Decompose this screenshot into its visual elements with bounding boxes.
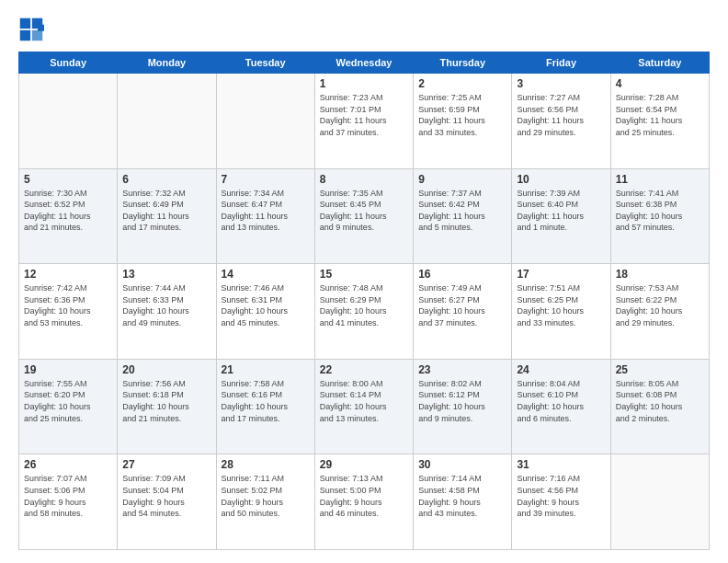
day-info: Sunrise: 7:58 AM Sunset: 6:16 PM Dayligh… — [222, 378, 310, 424]
week-row-3: 12Sunrise: 7:42 AM Sunset: 6:36 PM Dayli… — [19, 264, 710, 360]
day-number: 20 — [122, 363, 210, 376]
day-info: Sunrise: 8:02 AM Sunset: 6:12 PM Dayligh… — [418, 378, 506, 424]
svg-rect-2 — [20, 30, 30, 40]
header — [18, 17, 710, 42]
day-number: 14 — [222, 268, 310, 281]
calendar-cell: 14Sunrise: 7:46 AM Sunset: 6:31 PM Dayli… — [216, 264, 314, 360]
calendar-cell: 18Sunrise: 7:53 AM Sunset: 6:22 PM Dayli… — [610, 264, 709, 360]
calendar-cell: 23Sunrise: 8:02 AM Sunset: 6:12 PM Dayli… — [414, 359, 512, 454]
calendar-cell: 20Sunrise: 7:56 AM Sunset: 6:18 PM Dayli… — [118, 359, 216, 454]
day-number: 10 — [517, 173, 605, 186]
calendar-table: SundayMondayTuesdayWednesdayThursdayFrid… — [18, 52, 710, 550]
day-number: 13 — [122, 268, 210, 281]
day-info: Sunrise: 8:00 AM Sunset: 6:14 PM Dayligh… — [320, 378, 408, 424]
calendar-cell — [216, 74, 314, 169]
weekday-header-saturday: Saturday — [610, 52, 709, 74]
day-number: 27 — [122, 458, 210, 471]
calendar-cell: 3Sunrise: 7:27 AM Sunset: 6:56 PM Daylig… — [512, 74, 610, 169]
day-info: Sunrise: 7:44 AM Sunset: 6:33 PM Dayligh… — [122, 282, 210, 328]
calendar-cell: 22Sunrise: 8:00 AM Sunset: 6:14 PM Dayli… — [314, 359, 413, 454]
weekday-header-wednesday: Wednesday — [314, 52, 413, 74]
day-number: 31 — [517, 458, 605, 471]
day-info: Sunrise: 7:39 AM Sunset: 6:40 PM Dayligh… — [517, 188, 605, 234]
day-number: 15 — [320, 268, 408, 281]
day-info: Sunrise: 7:30 AM Sunset: 6:52 PM Dayligh… — [24, 188, 112, 234]
day-info: Sunrise: 7:13 AM Sunset: 5:00 PM Dayligh… — [320, 473, 408, 519]
weekday-header-row: SundayMondayTuesdayWednesdayThursdayFrid… — [19, 52, 710, 74]
day-info: Sunrise: 7:37 AM Sunset: 6:42 PM Dayligh… — [418, 188, 506, 234]
day-number: 30 — [418, 458, 506, 471]
day-number: 2 — [418, 77, 506, 90]
day-number: 8 — [320, 173, 408, 186]
day-number: 19 — [24, 363, 112, 376]
calendar-cell: 1Sunrise: 7:23 AM Sunset: 7:01 PM Daylig… — [314, 74, 413, 169]
calendar-cell: 8Sunrise: 7:35 AM Sunset: 6:45 PM Daylig… — [314, 168, 413, 264]
calendar-cell: 19Sunrise: 7:55 AM Sunset: 6:20 PM Dayli… — [19, 359, 118, 454]
day-number: 7 — [222, 173, 310, 186]
week-row-5: 26Sunrise: 7:07 AM Sunset: 5:06 PM Dayli… — [19, 454, 710, 550]
weekday-header-sunday: Sunday — [19, 52, 118, 74]
calendar-cell — [19, 74, 118, 169]
day-number: 11 — [616, 173, 704, 186]
logo — [18, 17, 48, 42]
calendar-cell: 24Sunrise: 8:04 AM Sunset: 6:10 PM Dayli… — [512, 359, 610, 454]
day-info: Sunrise: 7:35 AM Sunset: 6:45 PM Dayligh… — [320, 188, 408, 234]
day-info: Sunrise: 7:46 AM Sunset: 6:31 PM Dayligh… — [222, 282, 310, 328]
day-info: Sunrise: 7:23 AM Sunset: 7:01 PM Dayligh… — [320, 92, 408, 138]
weekday-header-monday: Monday — [118, 52, 216, 74]
calendar-cell: 17Sunrise: 7:51 AM Sunset: 6:25 PM Dayli… — [512, 264, 610, 360]
day-info: Sunrise: 7:11 AM Sunset: 5:02 PM Dayligh… — [222, 473, 310, 519]
calendar-cell: 7Sunrise: 7:34 AM Sunset: 6:47 PM Daylig… — [216, 168, 314, 264]
day-info: Sunrise: 7:07 AM Sunset: 5:06 PM Dayligh… — [24, 473, 112, 519]
day-info: Sunrise: 7:53 AM Sunset: 6:22 PM Dayligh… — [616, 282, 704, 328]
day-info: Sunrise: 7:14 AM Sunset: 4:58 PM Dayligh… — [418, 473, 506, 519]
calendar-cell: 28Sunrise: 7:11 AM Sunset: 5:02 PM Dayli… — [216, 454, 314, 550]
day-number: 12 — [24, 268, 112, 281]
day-number: 6 — [122, 173, 210, 186]
day-number: 21 — [222, 363, 310, 376]
calendar-cell: 11Sunrise: 7:41 AM Sunset: 6:38 PM Dayli… — [610, 168, 709, 264]
week-row-2: 5Sunrise: 7:30 AM Sunset: 6:52 PM Daylig… — [19, 168, 710, 264]
calendar-cell: 2Sunrise: 7:25 AM Sunset: 6:59 PM Daylig… — [414, 74, 512, 169]
svg-marker-4 — [38, 25, 44, 31]
calendar-cell — [610, 454, 709, 550]
day-info: Sunrise: 7:56 AM Sunset: 6:18 PM Dayligh… — [122, 378, 210, 424]
calendar-cell: 6Sunrise: 7:32 AM Sunset: 6:49 PM Daylig… — [118, 168, 216, 264]
calendar-cell: 21Sunrise: 7:58 AM Sunset: 6:16 PM Dayli… — [216, 359, 314, 454]
day-number: 18 — [616, 268, 704, 281]
day-number: 4 — [616, 77, 704, 90]
day-info: Sunrise: 7:09 AM Sunset: 5:04 PM Dayligh… — [122, 473, 210, 519]
day-info: Sunrise: 7:49 AM Sunset: 6:27 PM Dayligh… — [418, 282, 506, 328]
day-info: Sunrise: 7:25 AM Sunset: 6:59 PM Dayligh… — [418, 92, 506, 138]
day-info: Sunrise: 7:41 AM Sunset: 6:38 PM Dayligh… — [616, 188, 704, 234]
calendar-cell: 10Sunrise: 7:39 AM Sunset: 6:40 PM Dayli… — [512, 168, 610, 264]
week-row-1: 1Sunrise: 7:23 AM Sunset: 7:01 PM Daylig… — [19, 74, 710, 169]
day-info: Sunrise: 8:05 AM Sunset: 6:08 PM Dayligh… — [616, 378, 704, 424]
svg-rect-3 — [32, 30, 42, 40]
day-info: Sunrise: 7:16 AM Sunset: 4:56 PM Dayligh… — [517, 473, 605, 519]
day-info: Sunrise: 7:32 AM Sunset: 6:49 PM Dayligh… — [122, 188, 210, 234]
weekday-header-thursday: Thursday — [414, 52, 512, 74]
calendar-cell: 27Sunrise: 7:09 AM Sunset: 5:04 PM Dayli… — [118, 454, 216, 550]
calendar-cell: 25Sunrise: 8:05 AM Sunset: 6:08 PM Dayli… — [610, 359, 709, 454]
calendar-cell: 13Sunrise: 7:44 AM Sunset: 6:33 PM Dayli… — [118, 264, 216, 360]
calendar-cell: 31Sunrise: 7:16 AM Sunset: 4:56 PM Dayli… — [512, 454, 610, 550]
day-number: 9 — [418, 173, 506, 186]
calendar-cell: 12Sunrise: 7:42 AM Sunset: 6:36 PM Dayli… — [19, 264, 118, 360]
day-number: 28 — [222, 458, 310, 471]
day-info: Sunrise: 8:04 AM Sunset: 6:10 PM Dayligh… — [517, 378, 605, 424]
calendar-cell: 30Sunrise: 7:14 AM Sunset: 4:58 PM Dayli… — [414, 454, 512, 550]
day-info: Sunrise: 7:51 AM Sunset: 6:25 PM Dayligh… — [517, 282, 605, 328]
day-number: 24 — [517, 363, 605, 376]
day-info: Sunrise: 7:42 AM Sunset: 6:36 PM Dayligh… — [24, 282, 112, 328]
weekday-header-tuesday: Tuesday — [216, 52, 314, 74]
day-number: 26 — [24, 458, 112, 471]
calendar-cell: 5Sunrise: 7:30 AM Sunset: 6:52 PM Daylig… — [19, 168, 118, 264]
day-info: Sunrise: 7:55 AM Sunset: 6:20 PM Dayligh… — [24, 378, 112, 424]
calendar-cell: 16Sunrise: 7:49 AM Sunset: 6:27 PM Dayli… — [414, 264, 512, 360]
day-number: 22 — [320, 363, 408, 376]
day-number: 17 — [517, 268, 605, 281]
svg-rect-0 — [20, 18, 30, 29]
day-number: 3 — [517, 77, 605, 90]
week-row-4: 19Sunrise: 7:55 AM Sunset: 6:20 PM Dayli… — [19, 359, 710, 454]
